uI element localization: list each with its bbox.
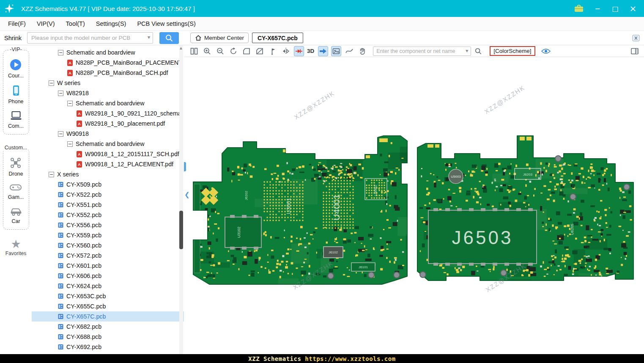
favorites-button[interactable]: ★ Favorites [5, 238, 26, 256]
tree-item[interactable]: −W series [32, 78, 184, 88]
vip-item-computer[interactable]: Com... [8, 110, 24, 129]
panel-resize-handle[interactable] [184, 162, 186, 171]
tree-item[interactable]: AN828P_PCB_MainBorad_SCH.pdf [32, 68, 184, 78]
tree-item-label: CY-X572.pcb [66, 252, 101, 259]
chevron-down-icon[interactable]: ▾ [148, 34, 150, 40]
menu-settings[interactable]: Settings(S) [90, 20, 132, 27]
svg-text:A: A [78, 122, 81, 126]
vip-item-game[interactable]: Gam... [8, 183, 24, 200]
vip-item-label: Com... [8, 123, 24, 129]
vip-item-drone[interactable]: Drone [8, 157, 23, 177]
pcb-file-icon [58, 334, 63, 340]
vip-item-car[interactable]: Car [10, 206, 22, 224]
tree-item[interactable]: CY-X606.pcb [32, 271, 184, 281]
curve-tool-icon[interactable] [344, 46, 354, 56]
tree-item[interactable]: AW82918_1_90_placement.pdf [32, 118, 184, 129]
colorscheme-button[interactable]: [ColorScheme] [490, 46, 535, 56]
vip-item-phone[interactable]: Phone [8, 85, 23, 104]
vip-item-course[interactable]: Cour... [8, 59, 24, 79]
tree-item[interactable]: −W90918 [32, 129, 184, 139]
tree-item[interactable]: AW90918_1_12_PLACEMENT.pdf [32, 159, 184, 169]
tree-item[interactable]: −W82918 [32, 88, 184, 98]
svg-text:A: A [78, 162, 81, 167]
collapse-toggle-icon[interactable]: − [67, 101, 73, 106]
tree-item[interactable]: AW90918_1_12_20151117_SCH.pdf [32, 149, 184, 159]
3d-view-button[interactable]: 3D [307, 48, 314, 54]
maximize-button[interactable]: □ [608, 3, 622, 14]
vip-briefcase-icon[interactable] [574, 4, 584, 13]
scroll-up-icon[interactable] [180, 47, 182, 50]
board-top-view-icon[interactable] [241, 46, 252, 56]
component-search-input[interactable] [373, 47, 471, 56]
zoom-out-icon[interactable] [215, 46, 225, 56]
component-search-combo: ▾ [373, 47, 471, 56]
tree-item-label: W82918_1_90_placement.pdf [85, 120, 165, 127]
split-view-icon[interactable] [189, 46, 199, 56]
panel-toggle-icon[interactable] [630, 47, 639, 55]
search-button[interactable] [159, 32, 179, 44]
shrink-button[interactable]: Shrink [4, 35, 22, 41]
collapse-toggle-icon[interactable]: − [49, 172, 54, 177]
tree-item[interactable]: CY-X552.pcb [32, 210, 184, 220]
pcb-file-icon [58, 242, 63, 248]
chevron-down-icon[interactable]: ▾ [466, 48, 468, 54]
collapse-toggle-icon[interactable]: − [49, 80, 54, 86]
tree-item[interactable]: AW82918_1_90_0921_1120_schema [32, 108, 184, 118]
tree-item[interactable]: CY-X572.pcb [32, 250, 184, 261]
tree-item[interactable]: CY-X560.pcb [32, 240, 184, 250]
close-document-icon[interactable] [632, 35, 640, 41]
tree-item[interactable]: CY-X624.pcb [32, 281, 184, 291]
tree-item[interactable]: −Schematic and boardview [32, 139, 184, 149]
vip-item-label: Drone [8, 171, 23, 177]
tree-item[interactable]: −Schematic and boardview [32, 98, 184, 108]
collapse-panel-icon[interactable]: ❮ [184, 191, 190, 198]
tree-item[interactable]: −X series [32, 169, 184, 179]
tree-item[interactable]: CY-X655C.pcb [32, 301, 184, 311]
collapse-toggle-icon[interactable]: − [58, 91, 63, 96]
menu-file[interactable]: File(F) [3, 20, 31, 27]
tree-item[interactable]: CY-X556.pcb [32, 220, 184, 230]
svg-text:XZZ@XZZHK: XZZ@XZZHK [293, 89, 336, 121]
tree-item[interactable]: AN828P_PCB_MainBorad_PLACEMENT [32, 58, 184, 68]
board-bottom-view-icon[interactable] [255, 46, 265, 56]
pcb-file-icon [58, 232, 63, 238]
move-arrow-icon[interactable] [318, 46, 328, 56]
tree-scrollbar-thumb[interactable] [179, 211, 183, 249]
minimize-button[interactable]: − [591, 3, 604, 14]
tree-item[interactable]: CY-X559.pcb [32, 230, 184, 240]
tree-scrollbar[interactable] [179, 45, 183, 363]
collapse-toggle-icon[interactable]: − [58, 50, 63, 55]
tree-item[interactable]: CY-X688.pcb [32, 332, 184, 342]
collapse-toggle-icon[interactable]: − [67, 141, 73, 147]
tree-item[interactable]: CY-X657C.pcb [32, 311, 184, 322]
visibility-eye-icon[interactable] [541, 48, 551, 54]
menu-pcb-view-settings[interactable]: PCB View settings(S) [132, 20, 201, 27]
menu-vip[interactable]: VIP(V) [31, 20, 60, 27]
menu-tool[interactable]: Tool(T) [60, 20, 90, 27]
probe-flag-icon[interactable] [268, 46, 278, 56]
collapse-toggle-icon[interactable]: − [58, 131, 63, 137]
tree-item[interactable]: CY-X692.pcb [32, 342, 184, 352]
close-button[interactable]: × [626, 3, 640, 14]
tree-item[interactable]: CY-X522.pcb [32, 190, 184, 200]
pcb-file-icon [58, 222, 63, 228]
pcb-board-view[interactable]: U3001U4001U4002J6202U3102J6102J6101J6503… [184, 57, 644, 363]
diode-mode-icon[interactable] [294, 46, 304, 56]
rotate-icon[interactable] [228, 46, 238, 56]
member-center-button[interactable]: Member Center [190, 33, 249, 43]
mirror-flip-icon[interactable] [281, 46, 291, 56]
pdf-file-icon: A [77, 110, 82, 117]
tree-item[interactable]: CY-X653C.pcb [32, 291, 184, 301]
zoom-in-icon[interactable] [202, 46, 212, 56]
status-url: https://www.xzztools.com [305, 355, 395, 362]
tree-item[interactable]: −Schematic and boardview [32, 47, 184, 58]
snapshot-icon[interactable] [331, 46, 341, 56]
tree-item[interactable]: CY-X601.pcb [32, 261, 184, 271]
tree-item[interactable]: CY-X682.pcb [32, 322, 184, 332]
model-search-input[interactable] [27, 32, 153, 44]
tree-item[interactable]: CY-X551.pcb [32, 200, 184, 210]
pan-hand-icon[interactable] [357, 46, 367, 56]
tree-item[interactable]: CY-X509.pcb [32, 179, 184, 190]
tab-cy-x657c[interactable]: CY-X657C.pcb [252, 33, 303, 43]
net-search-icon[interactable] [474, 47, 482, 55]
